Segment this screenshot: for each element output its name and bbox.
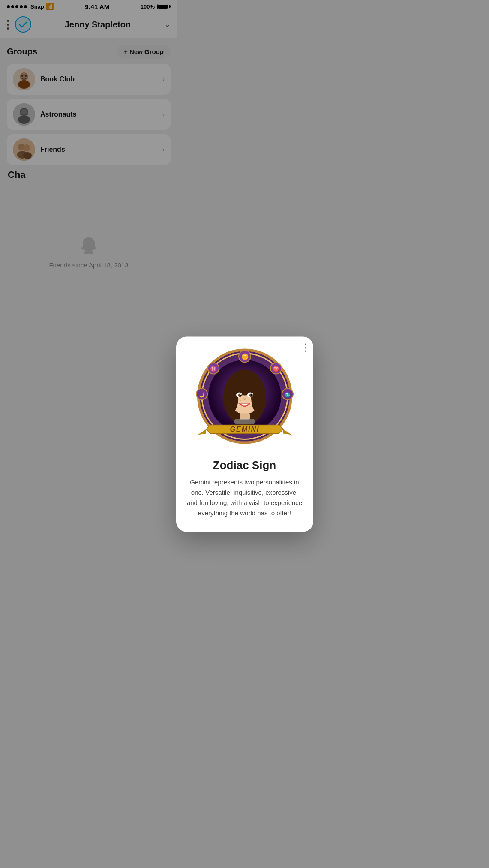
zodiac-modal: ♊ ♓ ♈ 🌙 ♏ xyxy=(176,336,178,384)
modal-overlay[interactable] xyxy=(0,0,177,384)
